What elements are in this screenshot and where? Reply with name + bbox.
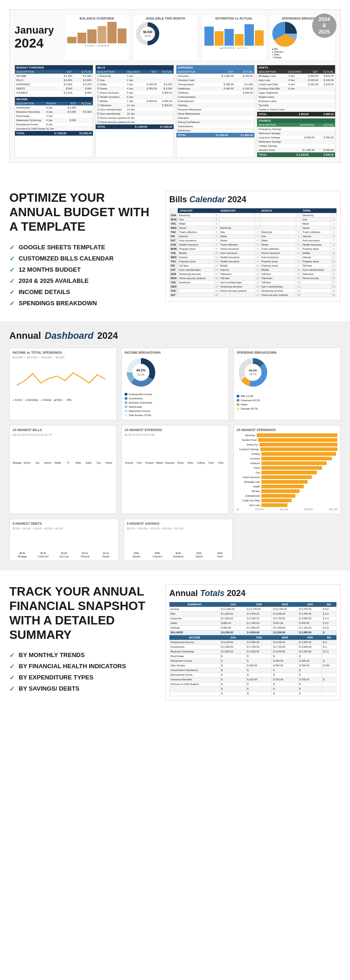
expenses-table: EXPENSES DESCRIPTION EST. ACTUAL Groceri… (176, 65, 255, 158)
year-title: 2024 (14, 36, 61, 51)
spreadsheet-preview: 2024 & 2025 January 2024 BALANCE OVERVIE… (9, 9, 341, 163)
check-icon: ✓ (9, 266, 15, 274)
available-chart: AVAILABLE THIS MONTH $6,520 50.0% (133, 14, 198, 61)
check-icon: ✓ (9, 651, 15, 659)
income-row: Insurance Benefits$$ 100.00$ 100.00$ 100… (169, 677, 336, 682)
dashboard-title-word2: Dashboard (45, 330, 93, 341)
expenses-bars: Housing Food Transport Medical Education… (125, 436, 225, 464)
track-feature-item: ✓ BY MONTHLY TRENDS (9, 651, 156, 659)
balance-label: BALANCE OVERVIEW (66, 17, 127, 20)
bills-table: BILLS DESCRIPTION DUE DATE EST. ACTUAL ☐… (95, 65, 174, 158)
income-line-chart (13, 360, 113, 397)
cal-row: SUN Streaming services 15 Television 12 … (169, 272, 336, 276)
income-breakdown-chart: INCOME BREAKDOWN 40.2% 33.5% Employment … (121, 348, 229, 420)
highest-bills-chart: 10 HIGHEST BILLS $38,191 $3,002 $2,512 $… (9, 425, 117, 514)
feature-item: ✓ 2024 & 2025 AVAILABLE (9, 277, 156, 285)
check-icon: ✓ (9, 663, 15, 670)
budget-overview-table: BUDGET OVERVIEW DESCRIPTION EST. ACTUAL … (14, 65, 93, 158)
year-badge: 2024 & 2025 (312, 14, 336, 38)
svg-text:40.2%: 40.2% (136, 369, 146, 372)
optimize-left: OPTIMIZE YOUR ANNUAL BUDGET WITH A TEMPL… (9, 191, 156, 307)
income-row: $$$$ (169, 691, 336, 696)
cal-row: SUN Health insurance 8 Trash collection … (169, 243, 336, 247)
svg-text:$6,520: $6,520 (143, 30, 153, 34)
highest-savings-chart: 5 HIGHEST SAVINGS $36,000 — $30,000 — $2… (124, 519, 233, 561)
estimated-label: ESTIMATED vs ACTUAL (203, 17, 265, 20)
feature-label: 12 MONTHS BUDGET (19, 266, 81, 273)
check-icon: ✓ (9, 277, 15, 285)
cal-row: SAT Auto insurance 7 Sewer 4 Water 3 Aut… (169, 239, 336, 243)
annual-totals-title: Annual Totals 2024 (169, 589, 336, 598)
sheet-title: January 2024 (14, 14, 61, 61)
track-title: TRACK YOUR ANNUAL FINANCIAL SNAPSHOT WIT… (9, 584, 156, 643)
dashboard-title-row: Annual Dashboard 2024 (9, 330, 341, 341)
income-line-svg (13, 360, 113, 397)
bills-calendar-box: Bills Calendar 2024 DAY JANUARY FEBRUARY… (165, 191, 341, 302)
spending-breakdown-donut: 40.2% 38.7% (237, 356, 269, 389)
estimated-chart: ESTIMATED vs ACTUAL ■ ESTIMATED ■ ACTUAL (201, 14, 267, 61)
totals-row: Bills$ 1,600.00$ 3,455.00$ 3,005.00$ 3,4… (169, 611, 336, 616)
feature-item: ✓ GOOGLE SHEETS TEMPLATE (9, 244, 156, 251)
income-spendings-chart: INCOME vs TOTAL SPENDINGS $15,000 — $12,… (9, 348, 117, 420)
spreadsheet-section: 2024 & 2025 January 2024 BALANCE OVERVIE… (0, 0, 350, 177)
legend-item: Side Hustles 12.9% (125, 414, 225, 417)
cal-header-day: DAY (169, 208, 178, 213)
dashboard-row3: 5 HIGHEST DEBTS $5,000 — $4,000 — $3,000… (9, 519, 341, 561)
track-feature-label: BY FINANCIAL HEALTH INDICATORS (19, 663, 126, 670)
spacer (238, 519, 341, 561)
cal-row: TUE Mobile 10 Auto insurance 7 Home insu… (169, 251, 336, 255)
cal-row: TUE Water 3 Water 3 (169, 222, 336, 226)
cal-header-mar-num (296, 208, 301, 213)
highest-spendings-chart: 20 HIGHEST SPENDINGS Electricity Vacatio… (233, 425, 341, 514)
totals-header-apr: APR (298, 602, 322, 607)
feature-item: ✓ 12 MONTHS BUDGET (9, 266, 156, 274)
feature-label: INCOME DETAILS (19, 288, 70, 295)
spending-breakdown-chart: SPENDING BREAKDOWN 40.2% 38.7% Bills 14.… (233, 348, 341, 420)
feature-item: ✓ SPENDINGS BREAKDOWN (9, 300, 156, 307)
donut-svg: $6,520 50.0% (135, 21, 161, 47)
track-right: Annual Totals 2024 SUMMARY JAN FEB MAR A… (165, 584, 341, 700)
cal-row: SAT Gym memberships 14 Interest 11 Mobil… (169, 268, 336, 272)
cal-row: FRI Toll fees 13 Mobile 10 Property taxe… (169, 264, 336, 268)
totals-row: Savings$ 950.00$ 1,650.00$ 1,050.00$ 1,1… (169, 625, 336, 630)
cal-row: FRI Internet 6 Water 3 Gas 2 Internet 6 (169, 234, 336, 239)
income-row: Side Hustles$$ 300.00$ 300.00$ 300.00$ 3… (169, 663, 336, 668)
dashboard-section: Annual Dashboard 2024 INCOME vs TOTAL SP… (0, 321, 350, 570)
cal-row: WED Sewer 4 Electricity 1 Sewer 4 (169, 226, 336, 230)
check-icon: ✓ (9, 685, 15, 692)
calendar-highlight: Calendar (189, 195, 225, 204)
income-breakdown-donut: 40.2% 33.5% (125, 356, 157, 389)
cal-row: THU Property taxes 12 Health insurance 9… (169, 260, 336, 264)
legend-item: Expenses 40.2% (237, 399, 337, 402)
cal-header-apr: APRIL (301, 208, 331, 213)
cal-header-jan-num (214, 208, 219, 213)
track-section: TRACK YOUR ANNUAL FINANCIAL SNAPSHOT WIT… (0, 570, 350, 714)
totals-table: SUMMARY JAN FEB MAR APR MA Income$ 11,40… (169, 602, 336, 696)
cal-header-mar: MARCH (260, 208, 296, 213)
cal-row: SAT 20 17 Home security systems 16 20 (169, 293, 336, 297)
legend-item: Retirement Income (125, 410, 225, 412)
debts-bars: $5.8kMortgage $3.5kCredit Card $2.8kAuto… (13, 530, 116, 558)
dashboard-row1: INCOME vs TOTAL SPENDINGS $15,000 — $12,… (9, 348, 341, 420)
income-row: Investments$ 1,000.00$ 1,700.00$ 1,700.0… (169, 644, 336, 649)
check-icon: ✓ (9, 255, 15, 262)
svg-text:40.2%: 40.2% (249, 369, 257, 372)
feature-label: CUSTOMIZED BILLS CALENDAR (19, 255, 113, 262)
cal-row: MON Property taxes 9 Home insurance 6 Tr… (169, 247, 336, 251)
income-section-header: INCOMEJANFEBMARAPRMA (169, 635, 336, 640)
cal-row: MON Gas 2 Gas 2 (169, 218, 336, 222)
track-feature-label: BY MONTHLY TRENDS (19, 651, 84, 658)
feature-item: ✓ INCOME DETAILS (9, 288, 156, 296)
spendings-horiz-bars: Electricity Vacation Fund Dining Out Lon… (237, 433, 337, 507)
cal-row: SUN Electricity 1 1 Electricity 1 (169, 213, 336, 218)
legend-item: Savings 38.7% (237, 407, 337, 410)
totals-header-jan: JAN (220, 602, 246, 607)
totals-header-mar: MAR (272, 602, 298, 607)
optimize-section: OPTIMIZE YOUR ANNUAL BUDGET WITH A TEMPL… (0, 177, 350, 321)
track-feature-item: ✓ BY EXPENDITURE TYPES (9, 674, 156, 681)
optimize-right: Bills Calendar 2024 DAY JANUARY FEBRUARY… (165, 191, 341, 307)
main-tables: BUDGET OVERVIEW DESCRIPTION EST. ACTUAL … (14, 65, 336, 158)
income-row: Business Ownership$ 5,000.00$ 4,500.00$ … (169, 649, 336, 654)
feature-label: 2024 & 2025 AVAILABLE (19, 277, 89, 284)
check-icon: ✓ (9, 300, 15, 307)
